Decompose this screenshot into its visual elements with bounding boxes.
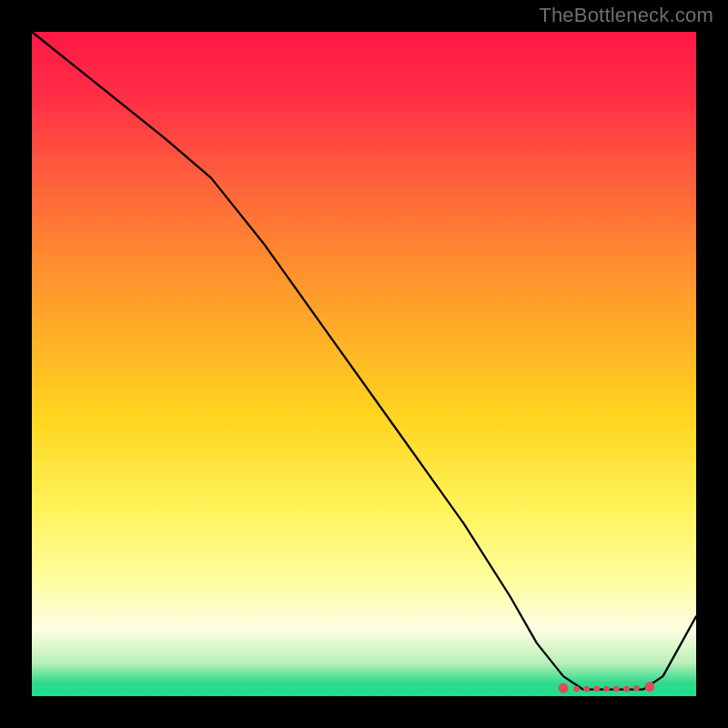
chart-frame: TheBottleneck.com: [0, 0, 728, 728]
sweet-spot-dot: [613, 686, 619, 692]
sweet-spot-dot: [594, 686, 600, 692]
sweet-spot-dot: [623, 686, 629, 692]
plot-area: [32, 32, 696, 696]
sweet-spot-dot: [574, 686, 580, 692]
chart-svg: [32, 32, 696, 696]
sweet-spot-dot: [633, 685, 639, 691]
sweet-spot-dot: [645, 682, 654, 692]
sweet-spot-dot: [604, 686, 610, 692]
sweet-spot-dot: [584, 686, 590, 692]
watermark-label: TheBottleneck.com: [539, 4, 713, 27]
bottleneck-curve: [32, 32, 696, 690]
sweet-spot-dot: [559, 683, 568, 693]
